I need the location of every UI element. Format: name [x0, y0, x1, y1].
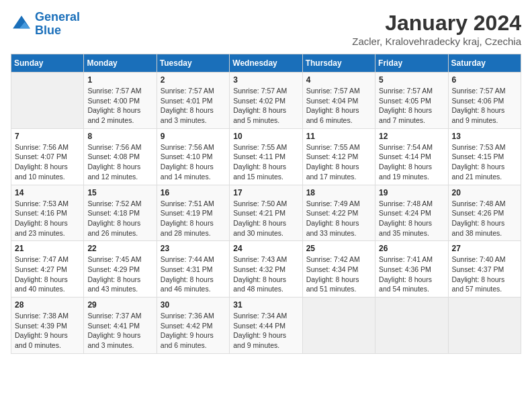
day-cell: 9Sunrise: 7:56 AMSunset: 4:10 PMDaylight…	[157, 128, 229, 185]
calendar-table: SundayMondayTuesdayWednesdayThursdayFrid…	[11, 54, 521, 354]
title-area: January 2024 Zacler, Kralovehradecky kra…	[352, 11, 521, 47]
day-cell: 21Sunrise: 7:47 AMSunset: 4:27 PMDayligh…	[11, 241, 84, 298]
day-info: Sunrise: 7:57 AMSunset: 4:04 PMDaylight:…	[306, 86, 371, 126]
day-number: 22	[87, 244, 152, 253]
day-cell: 20Sunrise: 7:48 AMSunset: 4:26 PMDayligh…	[448, 185, 521, 241]
day-number: 8	[87, 132, 152, 141]
day-info: Sunrise: 7:44 AMSunset: 4:31 PMDaylight:…	[161, 255, 226, 294]
day-cell: 28Sunrise: 7:38 AMSunset: 4:39 PMDayligh…	[11, 298, 84, 354]
day-number: 23	[161, 244, 226, 253]
week-row-1: 7Sunrise: 7:56 AMSunset: 4:07 PMDaylight…	[11, 128, 521, 185]
col-header-thursday: Thursday	[302, 54, 375, 73]
day-info: Sunrise: 7:57 AMSunset: 4:05 PMDaylight:…	[379, 86, 444, 126]
week-row-0: 1Sunrise: 7:57 AMSunset: 4:00 PMDaylight…	[11, 73, 521, 129]
month-title: January 2024	[352, 11, 521, 36]
day-cell: 8Sunrise: 7:56 AMSunset: 4:08 PMDaylight…	[84, 128, 157, 185]
day-cell: 18Sunrise: 7:49 AMSunset: 4:22 PMDayligh…	[302, 185, 375, 241]
day-info: Sunrise: 7:57 AMSunset: 4:06 PMDaylight:…	[452, 86, 517, 126]
day-cell: 19Sunrise: 7:48 AMSunset: 4:24 PMDayligh…	[375, 185, 448, 241]
day-info: Sunrise: 7:38 AMSunset: 4:39 PMDaylight:…	[15, 311, 80, 351]
day-cell: 10Sunrise: 7:55 AMSunset: 4:11 PMDayligh…	[230, 128, 302, 185]
day-info: Sunrise: 7:53 AMSunset: 4:16 PMDaylight:…	[15, 199, 80, 238]
col-header-tuesday: Tuesday	[157, 54, 229, 73]
day-info: Sunrise: 7:41 AMSunset: 4:36 PMDaylight:…	[379, 255, 444, 294]
day-number: 19	[379, 188, 444, 197]
day-info: Sunrise: 7:52 AMSunset: 4:18 PMDaylight:…	[87, 199, 152, 238]
day-number: 31	[233, 300, 298, 310]
day-cell: 16Sunrise: 7:51 AMSunset: 4:19 PMDayligh…	[157, 185, 229, 241]
day-number: 27	[452, 244, 517, 253]
day-info: Sunrise: 7:54 AMSunset: 4:14 PMDaylight:…	[379, 142, 444, 182]
day-info: Sunrise: 7:57 AMSunset: 4:00 PMDaylight:…	[87, 86, 152, 126]
day-info: Sunrise: 7:34 AMSunset: 4:44 PMDaylight:…	[233, 311, 298, 351]
header-row: SundayMondayTuesdayWednesdayThursdayFrid…	[11, 54, 521, 73]
day-number: 28	[15, 300, 80, 310]
day-info: Sunrise: 7:43 AMSunset: 4:32 PMDaylight:…	[233, 255, 298, 294]
day-cell: 14Sunrise: 7:53 AMSunset: 4:16 PMDayligh…	[11, 185, 84, 241]
day-cell: 23Sunrise: 7:44 AMSunset: 4:31 PMDayligh…	[157, 241, 229, 298]
day-cell: 24Sunrise: 7:43 AMSunset: 4:32 PMDayligh…	[230, 241, 302, 298]
day-cell: 5Sunrise: 7:57 AMSunset: 4:05 PMDaylight…	[375, 73, 448, 129]
day-number: 13	[452, 132, 517, 141]
day-cell: 3Sunrise: 7:57 AMSunset: 4:02 PMDaylight…	[230, 73, 302, 129]
day-info: Sunrise: 7:48 AMSunset: 4:26 PMDaylight:…	[452, 199, 517, 238]
day-cell	[448, 298, 521, 354]
day-cell: 22Sunrise: 7:45 AMSunset: 4:29 PMDayligh…	[84, 241, 157, 298]
day-info: Sunrise: 7:53 AMSunset: 4:15 PMDaylight:…	[452, 142, 517, 182]
logo: General Blue	[11, 11, 80, 38]
day-number: 17	[233, 188, 298, 197]
day-info: Sunrise: 7:57 AMSunset: 4:02 PMDaylight:…	[233, 86, 298, 126]
day-info: Sunrise: 7:42 AMSunset: 4:34 PMDaylight:…	[306, 255, 371, 294]
day-number: 4	[306, 75, 371, 85]
day-cell: 6Sunrise: 7:57 AMSunset: 4:06 PMDaylight…	[448, 73, 521, 129]
day-cell: 11Sunrise: 7:55 AMSunset: 4:12 PMDayligh…	[302, 128, 375, 185]
day-cell: 1Sunrise: 7:57 AMSunset: 4:00 PMDaylight…	[84, 73, 157, 129]
day-cell: 26Sunrise: 7:41 AMSunset: 4:36 PMDayligh…	[375, 241, 448, 298]
day-number: 21	[15, 244, 80, 253]
day-info: Sunrise: 7:49 AMSunset: 4:22 PMDaylight:…	[306, 199, 371, 238]
day-info: Sunrise: 7:36 AMSunset: 4:42 PMDaylight:…	[161, 311, 226, 351]
header: General Blue January 2024 Zacler, Kralov…	[11, 11, 521, 47]
day-info: Sunrise: 7:56 AMSunset: 4:10 PMDaylight:…	[161, 142, 226, 182]
day-cell: 2Sunrise: 7:57 AMSunset: 4:01 PMDaylight…	[157, 73, 229, 129]
day-info: Sunrise: 7:56 AMSunset: 4:08 PMDaylight:…	[87, 142, 152, 182]
col-header-saturday: Saturday	[448, 54, 521, 73]
day-cell: 25Sunrise: 7:42 AMSunset: 4:34 PMDayligh…	[302, 241, 375, 298]
logo-text: General Blue	[35, 11, 80, 38]
day-cell: 7Sunrise: 7:56 AMSunset: 4:07 PMDaylight…	[11, 128, 84, 185]
day-cell: 29Sunrise: 7:37 AMSunset: 4:41 PMDayligh…	[84, 298, 157, 354]
day-cell	[302, 298, 375, 354]
day-cell: 15Sunrise: 7:52 AMSunset: 4:18 PMDayligh…	[84, 185, 157, 241]
day-number: 16	[161, 188, 226, 197]
col-header-sunday: Sunday	[11, 54, 84, 73]
day-cell: 17Sunrise: 7:50 AMSunset: 4:21 PMDayligh…	[230, 185, 302, 241]
day-cell: 27Sunrise: 7:40 AMSunset: 4:37 PMDayligh…	[448, 241, 521, 298]
day-number: 5	[379, 75, 444, 85]
day-number: 12	[379, 132, 444, 141]
day-info: Sunrise: 7:51 AMSunset: 4:19 PMDaylight:…	[161, 199, 226, 238]
day-info: Sunrise: 7:57 AMSunset: 4:01 PMDaylight:…	[161, 86, 226, 126]
day-number: 26	[379, 244, 444, 253]
day-cell: 12Sunrise: 7:54 AMSunset: 4:14 PMDayligh…	[375, 128, 448, 185]
day-number: 29	[87, 300, 152, 310]
day-number: 6	[452, 75, 517, 85]
day-number: 25	[306, 244, 371, 253]
day-cell	[11, 73, 84, 129]
day-cell: 30Sunrise: 7:36 AMSunset: 4:42 PMDayligh…	[157, 298, 229, 354]
logo-icon	[11, 13, 32, 35]
day-number: 10	[233, 132, 298, 141]
week-row-3: 21Sunrise: 7:47 AMSunset: 4:27 PMDayligh…	[11, 241, 521, 298]
day-info: Sunrise: 7:48 AMSunset: 4:24 PMDaylight:…	[379, 199, 444, 238]
day-info: Sunrise: 7:45 AMSunset: 4:29 PMDaylight:…	[87, 255, 152, 294]
day-number: 30	[161, 300, 226, 310]
day-info: Sunrise: 7:37 AMSunset: 4:41 PMDaylight:…	[87, 311, 152, 351]
day-number: 15	[87, 188, 152, 197]
day-number: 7	[15, 132, 80, 141]
day-cell: 13Sunrise: 7:53 AMSunset: 4:15 PMDayligh…	[448, 128, 521, 185]
day-number: 1	[87, 75, 152, 85]
day-number: 14	[15, 188, 80, 197]
col-header-monday: Monday	[84, 54, 157, 73]
week-row-4: 28Sunrise: 7:38 AMSunset: 4:39 PMDayligh…	[11, 298, 521, 354]
day-number: 2	[161, 75, 226, 85]
day-number: 3	[233, 75, 298, 85]
